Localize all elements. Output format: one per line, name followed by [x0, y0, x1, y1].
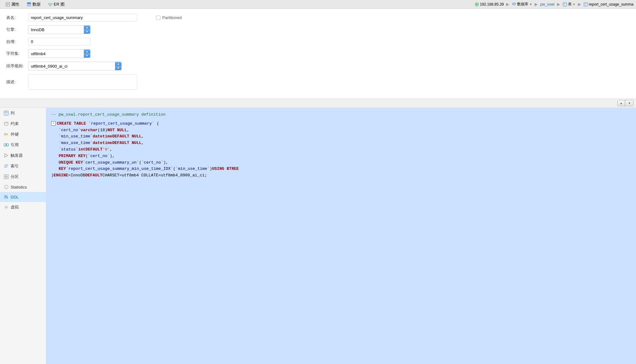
foreign-key-icon	[4, 132, 9, 137]
engine-up-arrow[interactable]: ▲	[84, 26, 90, 30]
svg-rect-38	[4, 177, 6, 179]
sidebar-item-indexes[interactable]: 索引	[0, 161, 46, 171]
triggers-icon	[4, 153, 9, 158]
svg-rect-37	[7, 175, 8, 176]
partitioned-row: Partitioned	[156, 15, 182, 20]
charset-arrows[interactable]: ▲ ▼	[84, 50, 90, 58]
breadcrumb-sep-4: ▶	[578, 2, 581, 7]
nav-up-button[interactable]: ▲	[618, 100, 625, 106]
code-closing-line: ) ENGINE =InnoDB DEFAULT CHARSET=utf8mb4…	[51, 172, 631, 179]
references-icon	[4, 142, 9, 147]
divider-row: ▲ ▼	[0, 99, 636, 108]
svg-rect-4	[27, 2, 31, 4]
properties-icon	[6, 2, 10, 7]
sidebar-triggers-label: 触发器	[11, 153, 23, 158]
main-content: 表名: Partitioned 引擎: InnoDB ▲	[0, 9, 636, 364]
collation-down-arrow[interactable]: ▼	[115, 66, 121, 70]
ddl-icon	[4, 194, 9, 199]
code-key-line: KEY `report_cert_usage_summary_min_use_t…	[51, 166, 631, 172]
engine-select[interactable]: InnoDB ▲ ▼	[28, 25, 91, 34]
svg-rect-5	[27, 4, 31, 5]
engine-row: 引擎: InnoDB ▲ ▼	[6, 25, 630, 34]
tab-data[interactable]: 数据	[24, 0, 44, 8]
table-breadcrumb: 表 ▼	[563, 2, 575, 7]
sidebar-partitions-label: 分区	[11, 174, 19, 180]
collation-value: utf8mb4_0900_ai_ci	[28, 63, 115, 70]
collation-select[interactable]: utf8mb4_0900_ai_ci ▲ ▼	[28, 62, 122, 70]
collapse-button[interactable]: −	[51, 121, 56, 126]
breadcrumb: 192.168.85.39 ▶ 数据库 ▼ ▶ pw_sxwl ▶ 表 ▼ ▶ …	[475, 2, 634, 7]
sidebar-ddl-label: DDL	[11, 195, 19, 199]
tab-properties[interactable]: 属性	[2, 0, 22, 8]
database-dropdown-arrow[interactable]: ▼	[529, 3, 532, 6]
collation-label: 排序规则:	[6, 63, 28, 69]
sidebar-item-partitions[interactable]: 分区	[0, 171, 46, 182]
svg-rect-14	[563, 2, 567, 6]
connection-address: 192.168.85.39	[480, 2, 504, 7]
svg-rect-6	[27, 5, 31, 6]
svg-rect-10	[50, 5, 51, 6]
sidebar-item-references[interactable]: 引用	[0, 140, 46, 150]
sidebar-item-constraints[interactable]: 约束	[0, 118, 46, 129]
charset-value: utf8mb4	[28, 50, 84, 57]
engine-value: InnoDB	[28, 26, 84, 33]
partitioned-label: Partitioned	[162, 15, 182, 20]
engine-down-arrow[interactable]: ▼	[84, 30, 90, 34]
description-input[interactable]	[28, 74, 137, 90]
svg-marker-32	[5, 154, 8, 157]
partitions-icon	[4, 174, 9, 179]
database-breadcrumb[interactable]: 数据库 ▼	[512, 2, 532, 7]
code-editor[interactable]: -- pw_sxwl.report_cert_usage_summary def…	[46, 108, 636, 364]
breadcrumb-sep-1: ▶	[506, 2, 509, 7]
virtual-icon	[4, 205, 9, 210]
tab-er[interactable]: ER 图	[45, 0, 68, 8]
properties-panel: 表名: Partitioned 引擎: InnoDB ▲	[0, 9, 636, 99]
nav-down-button[interactable]: ▼	[626, 100, 633, 106]
code-primary-key-line: PRIMARY KEY ( `cert_no` ),	[51, 153, 631, 160]
tab-data-label: 数据	[32, 2, 41, 7]
svg-rect-39	[7, 177, 8, 179]
database-name: pw_sxwl	[540, 2, 554, 7]
collation-up-arrow[interactable]: ▲	[115, 62, 121, 66]
code-unique-key-line: UNIQUE KEY `cert_usage_summary_un` ( `ce…	[51, 160, 631, 166]
code-create-table-line: − CREATE TABLE `report_cert_usage_summar…	[51, 121, 631, 127]
sidebar-item-ddl[interactable]: DDL	[0, 192, 46, 202]
svg-rect-17	[584, 2, 588, 6]
code-status-line: `status` int DEFAULT '0' ,	[51, 146, 631, 153]
engine-arrows[interactable]: ▲ ▼	[84, 26, 90, 34]
table-name-breadcrumb: report_cert_usage_summa	[584, 2, 634, 7]
partitioned-checkbox[interactable]	[156, 16, 160, 20]
table-name-breadcrumb-value: report_cert_usage_summa	[589, 2, 634, 7]
charset-up-arrow[interactable]: ▲	[84, 50, 90, 54]
auto-increment-row: 自增:	[6, 38, 630, 46]
auto-increment-input[interactable]	[28, 38, 91, 46]
sidebar-item-foreign-keys[interactable]: 外键	[0, 129, 46, 140]
table-name-row: 表名: Partitioned	[6, 14, 630, 22]
connection-indicator: 192.168.85.39	[475, 2, 504, 7]
collation-arrows[interactable]: ▲ ▼	[115, 62, 121, 70]
code-cert-no-line: `cert_no` varchar (18) NOT NULL ,	[51, 127, 631, 134]
collation-row: 排序规则: utf8mb4_0900_ai_ci ▲ ▼	[6, 62, 630, 70]
charset-select[interactable]: utf8mb4 ▲ ▼	[28, 49, 91, 58]
table-name-input[interactable]	[28, 14, 137, 22]
charset-down-arrow[interactable]: ▼	[84, 54, 90, 58]
svg-rect-24	[4, 122, 8, 125]
sidebar-item-columns[interactable]: 列	[0, 108, 46, 118]
sidebar-item-triggers[interactable]: 触发器	[0, 150, 46, 161]
table-name-label: 表名:	[6, 15, 28, 21]
sidebar-item-virtual[interactable]: 虚拟	[0, 202, 46, 213]
constraints-icon	[4, 121, 9, 126]
sidebar-columns-label: 列	[11, 110, 15, 116]
sidebar-item-statistics[interactable]: i Statistics	[0, 182, 46, 192]
code-max-use-time-line: `max_use_time` datetime DEFAULT NULL ,	[51, 140, 631, 146]
engine-label: 引擎:	[6, 27, 28, 32]
top-bar: 属性 数据 ER 图 192.168.85.39 ▶ 数据库 ▼ ▶ pw_sx…	[0, 0, 636, 9]
nav-button-group[interactable]: ▲ ▼	[617, 100, 634, 106]
description-label: 描述:	[6, 79, 28, 85]
table-dropdown-btn[interactable]: ▼	[573, 3, 575, 6]
sidebar-references-label: 引用	[11, 142, 19, 148]
code-comment-line: -- pw_sxwl.report_cert_usage_summary def…	[51, 112, 631, 118]
sidebar-indexes-label: 索引	[11, 163, 19, 169]
breadcrumb-sep-2: ▶	[535, 2, 538, 7]
svg-rect-36	[4, 175, 6, 176]
